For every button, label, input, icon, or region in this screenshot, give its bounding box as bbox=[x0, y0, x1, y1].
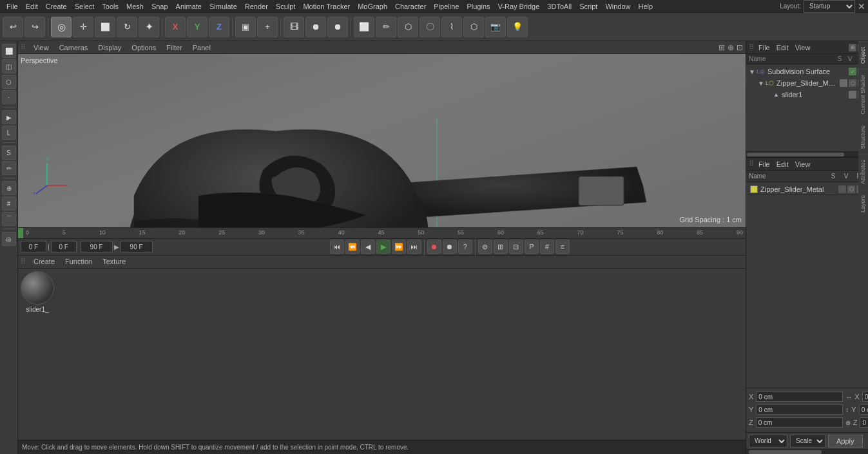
tab-cameras[interactable]: Cameras bbox=[57, 44, 91, 52]
coord-z-size[interactable] bbox=[860, 417, 868, 428]
prev-key-btn[interactable]: ⏪ bbox=[345, 240, 360, 254]
tab-filter[interactable]: Filter bbox=[164, 44, 184, 52]
timeline-btn[interactable]: ≡ bbox=[555, 240, 570, 254]
xray-btn[interactable]: ◎ bbox=[2, 232, 16, 246]
z-axis-btn[interactable]: Z bbox=[209, 17, 229, 37]
scale-dropdown[interactable]: Scale Size bbox=[790, 435, 825, 448]
menu-sculpt[interactable]: Sculpt bbox=[272, 0, 300, 13]
menu-window[interactable]: Window bbox=[601, 0, 634, 13]
point-mode-btn[interactable]: · bbox=[2, 90, 16, 104]
world-dropdown[interactable]: World Object bbox=[749, 435, 787, 448]
snap-tool-btn[interactable]: ⊕ bbox=[2, 181, 16, 195]
menu-file[interactable]: File bbox=[3, 0, 22, 13]
coord-x-size[interactable] bbox=[862, 392, 868, 402]
deform-btn[interactable]: ⌇ bbox=[441, 17, 462, 37]
scale-btn[interactable]: ⬜ bbox=[95, 17, 115, 37]
menu-character[interactable]: Character bbox=[391, 0, 430, 13]
obj-panel-icon1[interactable]: ⊞ bbox=[849, 44, 856, 52]
coord-y-pos[interactable] bbox=[756, 404, 843, 415]
grid-tool-btn[interactable]: # bbox=[2, 196, 16, 211]
tab-display[interactable]: Display bbox=[95, 44, 124, 52]
coord-x-pos[interactable] bbox=[756, 392, 843, 402]
mat-create[interactable]: Create bbox=[31, 258, 57, 265]
coord-system-btn[interactable]: ▣ bbox=[235, 17, 256, 37]
help-btn[interactable]: ? bbox=[458, 240, 472, 254]
menu-animate[interactable]: Animate bbox=[172, 0, 206, 13]
coord-z-pos[interactable] bbox=[756, 417, 843, 428]
menu-select[interactable]: Select bbox=[71, 0, 99, 13]
menu-snap[interactable]: Snap bbox=[148, 0, 172, 13]
sync-btn[interactable]: ⊕ bbox=[478, 240, 492, 254]
add-btn[interactable]: + bbox=[257, 17, 278, 37]
attr-icon2-zipper[interactable]: ⬡ bbox=[847, 185, 855, 193]
tab-view[interactable]: View bbox=[31, 44, 52, 52]
cube-btn[interactable]: ⬜ bbox=[354, 17, 374, 37]
center-icon[interactable]: ⊕ bbox=[728, 43, 734, 52]
attr-row-zipper[interactable]: Zipper_Slider_Metal · ⬡ ⊡ bbox=[747, 184, 867, 195]
close-btn[interactable]: ✕ bbox=[858, 1, 865, 12]
menu-simulate[interactable]: Simulate bbox=[206, 0, 241, 13]
undo-btn[interactable]: ↩ bbox=[3, 17, 23, 37]
start-frame-input[interactable] bbox=[51, 241, 77, 252]
mat-function[interactable]: Function bbox=[63, 258, 95, 265]
menu-create[interactable]: Create bbox=[42, 0, 71, 13]
obj-row-zipper[interactable]: ▼ L⬡ Zipper_Slider_Metal · ⬡ ⊡ bbox=[747, 77, 867, 89]
path-btn[interactable]: P bbox=[525, 240, 539, 254]
frame-max-display[interactable] bbox=[81, 241, 113, 252]
knife-tool-btn[interactable]: ⌒ bbox=[2, 212, 16, 226]
layout-select[interactable]: Startup bbox=[804, 0, 855, 13]
apply-button[interactable]: Apply bbox=[828, 435, 863, 448]
menu-mograph[interactable]: MoGraph bbox=[354, 0, 391, 13]
obj-scrollbar[interactable] bbox=[746, 151, 868, 156]
tab-attributes[interactable]: Attributes bbox=[858, 154, 868, 189]
menu-help[interactable]: Help bbox=[635, 0, 657, 13]
menu-script[interactable]: Script bbox=[575, 0, 601, 13]
obj-mat-zipper[interactable]: ⬡ bbox=[849, 79, 856, 87]
attr-icon1-zipper[interactable]: · bbox=[838, 185, 846, 193]
object-mode-btn[interactable]: ⬜ bbox=[2, 44, 16, 58]
current-frame-input[interactable] bbox=[21, 241, 46, 252]
tab-options[interactable]: Options bbox=[129, 44, 159, 52]
menu-mesh[interactable]: Mesh bbox=[122, 0, 148, 13]
auto-key-btn[interactable]: ⏺ bbox=[327, 17, 348, 37]
model-tool-btn[interactable]: ▶ bbox=[2, 110, 16, 124]
record-btn[interactable]: ⏺ bbox=[305, 17, 326, 37]
obj-row-subdivision[interactable]: ▼ L◎ Subdivision Surface ✓ ⊡ bbox=[747, 66, 867, 77]
y-axis-btn[interactable]: Y bbox=[187, 17, 207, 37]
poly-btn[interactable]: ⬡ bbox=[398, 17, 418, 37]
tab-layers[interactable]: Layers bbox=[858, 189, 868, 218]
paint-tool-btn[interactable]: ✏ bbox=[2, 161, 16, 175]
spline-btn[interactable]: 〇 bbox=[420, 17, 440, 37]
rotate-btn[interactable]: ↻ bbox=[117, 17, 137, 37]
menu-motion-tracker[interactable]: Motion Tracker bbox=[299, 0, 354, 13]
attr-menu-view[interactable]: View bbox=[793, 160, 813, 168]
mat-texture[interactable]: Texture bbox=[100, 258, 128, 265]
tab-object[interactable]: Object bbox=[858, 41, 868, 69]
fps-input[interactable] bbox=[121, 241, 153, 252]
go-end-btn[interactable]: ⏭ bbox=[407, 240, 421, 254]
obj-vis-slider1[interactable]: · bbox=[849, 91, 856, 99]
menu-3dtoall[interactable]: 3DToAll bbox=[543, 0, 575, 13]
maximize-icon[interactable]: ⊞ bbox=[719, 43, 725, 52]
create-btn[interactable]: ✦ bbox=[139, 17, 159, 37]
key-sel-btn[interactable]: ⊟ bbox=[509, 240, 523, 254]
key-all-btn[interactable]: ⊞ bbox=[494, 240, 508, 254]
menu-edit[interactable]: Edit bbox=[22, 0, 42, 13]
camera-btn[interactable]: 📷 bbox=[485, 17, 506, 37]
play-back-btn[interactable]: ◀ bbox=[361, 240, 375, 254]
obj-menu-view[interactable]: View bbox=[793, 44, 813, 52]
menu-vray-bridge[interactable]: V-Ray Bridge bbox=[494, 0, 544, 13]
obj-row-slider1[interactable]: ▲ slider1 · ⊡ bbox=[747, 89, 867, 100]
play-fwd-btn[interactable]: ▶ bbox=[376, 240, 391, 254]
film-strip-btn[interactable]: 🎞 bbox=[284, 17, 304, 37]
tab-structure[interactable]: Structure bbox=[858, 120, 868, 155]
move-btn[interactable]: ✛ bbox=[73, 17, 93, 37]
edge-mode-btn[interactable]: ⬡ bbox=[2, 75, 16, 89]
grid-btn[interactable]: # bbox=[540, 240, 554, 254]
texture-tool-btn[interactable]: L bbox=[2, 126, 16, 140]
tab-current-shader[interactable]: Current Shader bbox=[858, 69, 868, 120]
attr-menu-edit[interactable]: Edit bbox=[775, 160, 791, 168]
coord-y-size[interactable] bbox=[859, 404, 868, 415]
material-item[interactable]: slider1_ bbox=[21, 271, 54, 313]
auto-key2-btn[interactable]: ⏺ bbox=[443, 240, 457, 254]
